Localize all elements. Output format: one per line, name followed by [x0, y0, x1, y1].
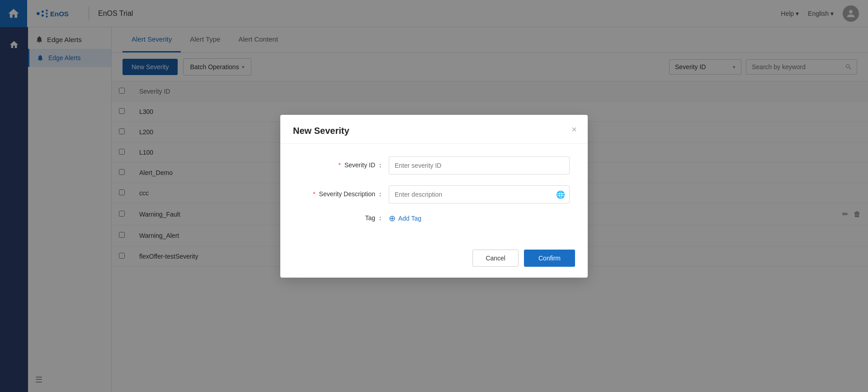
- modal-body: * Severity ID ： * Severity Description ：…: [280, 144, 588, 244]
- add-tag-button[interactable]: ⊕ Add Tag: [389, 214, 421, 222]
- required-star: *: [313, 190, 315, 198]
- confirm-button[interactable]: Confirm: [524, 250, 575, 267]
- severity-desc-input[interactable]: [389, 185, 570, 203]
- modal-overlay: New Severity × * Severity ID ： * Severit…: [0, 0, 868, 392]
- severity-id-row: * Severity ID ：: [298, 156, 570, 175]
- modal-close-button[interactable]: ×: [571, 125, 577, 134]
- globe-icon[interactable]: 🌐: [556, 190, 565, 198]
- description-input-wrap: 🌐: [389, 185, 570, 203]
- new-severity-modal: New Severity × * Severity ID ： * Severit…: [280, 115, 588, 278]
- severity-desc-label: * Severity Description ：: [298, 190, 389, 198]
- severity-desc-row: * Severity Description ： 🌐: [298, 185, 570, 203]
- required-star: *: [338, 161, 340, 169]
- tag-row: Tag ： ⊕ Add Tag: [298, 214, 570, 222]
- severity-id-input[interactable]: [389, 156, 570, 175]
- cancel-button[interactable]: Cancel: [472, 250, 519, 267]
- severity-id-label: * Severity ID ：: [298, 161, 389, 170]
- plus-circle-icon: ⊕: [389, 214, 396, 222]
- modal-footer: Cancel Confirm: [280, 244, 588, 278]
- tag-label: Tag ：: [298, 214, 389, 222]
- modal-header: New Severity ×: [280, 115, 588, 144]
